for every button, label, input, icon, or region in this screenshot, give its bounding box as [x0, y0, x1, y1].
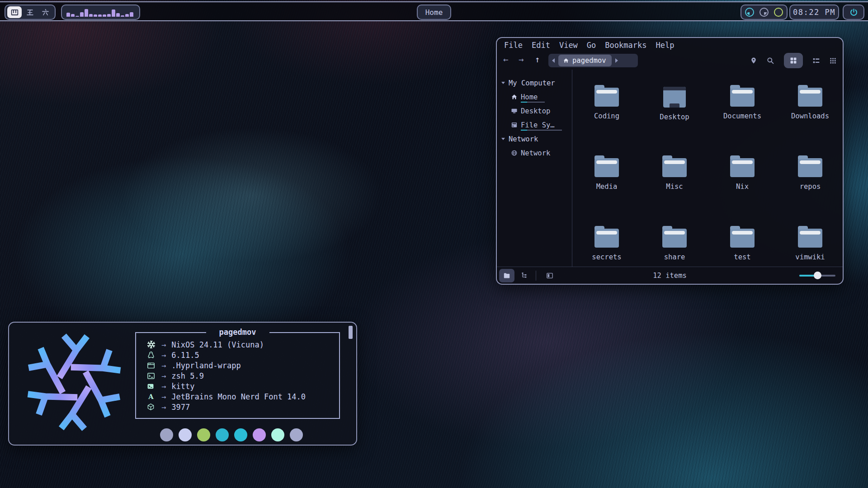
palette-dot: [216, 428, 229, 441]
palette-dot: [253, 428, 266, 441]
status-bar: 12 items: [497, 267, 843, 284]
file-item[interactable]: Nix: [708, 146, 776, 217]
file-name-label: secrets: [592, 253, 621, 261]
palette-dot: [290, 428, 303, 441]
up-button[interactable]: ↑: [535, 54, 540, 64]
forward-button[interactable]: →: [519, 54, 524, 64]
path-scroll-right-icon[interactable]: [615, 58, 618, 63]
active-window-title[interactable]: Home: [417, 5, 451, 20]
menu-edit[interactable]: Edit: [532, 41, 550, 50]
file-item[interactable]: Coding: [573, 76, 641, 146]
side-panel-icon: [546, 272, 553, 279]
back-button[interactable]: ←: [503, 54, 508, 64]
disk-icon: [511, 122, 518, 128]
arrow-icon: →: [161, 371, 166, 380]
arrow-icon: →: [161, 351, 166, 360]
folder-icon: [594, 229, 619, 248]
file-manager-window: File Edit View Go Bookmarks Help ← → ↑ p…: [496, 37, 844, 285]
disk-usage-ring-icon: [745, 8, 754, 17]
file-item[interactable]: Downloads: [776, 76, 844, 146]
sidebar-item-network[interactable]: Network: [497, 146, 572, 160]
folder-icon: [662, 158, 687, 177]
file-item[interactable]: Media: [573, 146, 641, 217]
file-name-label: Coding: [594, 112, 619, 120]
path-segment-tab[interactable]: pagedmov: [558, 55, 612, 66]
zoom-slider-knob[interactable]: [814, 272, 821, 279]
desktop-icon: [511, 108, 518, 114]
file-name-label: Misc: [666, 183, 683, 191]
file-name-label: repos: [800, 183, 821, 191]
workspace-5[interactable]: [23, 6, 37, 18]
workspace-4[interactable]: [7, 6, 22, 18]
menu-file[interactable]: File: [504, 41, 523, 50]
nixos-logo: [22, 330, 127, 435]
terminal-color-palette: [160, 428, 303, 441]
file-item[interactable]: Misc: [641, 146, 708, 217]
folder-icon: [594, 88, 619, 107]
fetch-shell-row: → zsh 5.9: [147, 371, 335, 381]
clock-widget[interactable]: 08:22 PM: [789, 5, 839, 20]
sidebar-item-filesystem[interactable]: File Sy…: [497, 118, 572, 132]
sidebar-item-label: File Sy…: [521, 121, 555, 129]
menu-help[interactable]: Help: [656, 41, 674, 50]
icon-view-button[interactable]: [784, 53, 803, 68]
search-icon[interactable]: [767, 57, 774, 65]
file-item[interactable]: Documents: [708, 76, 776, 146]
menu-view[interactable]: View: [559, 41, 578, 50]
sidebar-item-label: Desktop: [521, 107, 550, 115]
fetch-terminal-row: → kitty: [147, 381, 335, 391]
sidebar-item-desktop[interactable]: Desktop: [497, 104, 572, 118]
sidebar-group-network[interactable]: Network: [497, 132, 572, 146]
menu-bar: File Edit View Go Bookmarks Help: [497, 38, 843, 51]
tree-view-button[interactable]: [517, 269, 532, 282]
power-icon: [849, 8, 858, 17]
folder-icon: [730, 229, 755, 248]
file-item[interactable]: Desktop: [641, 76, 708, 146]
menu-go[interactable]: Go: [587, 41, 596, 50]
file-grid: Coding Desktop Documents: [573, 70, 843, 267]
kernel-value: 6.11.5: [171, 351, 199, 360]
arrow-icon: →: [161, 361, 166, 370]
os-value: NixOS 24.11 (Vicuna): [171, 340, 264, 349]
show-files-button[interactable]: [499, 269, 514, 282]
list-view-button[interactable]: [812, 57, 820, 65]
toolbar-right: [750, 53, 836, 68]
toggle-sidepane-button[interactable]: [542, 269, 557, 282]
palette-dot: [160, 428, 173, 441]
sidebar-group-my-computer[interactable]: My Computer: [497, 76, 572, 90]
path-scroll-left-icon[interactable]: [552, 58, 555, 63]
location-pin-icon[interactable]: [750, 57, 757, 64]
visualizer-bar: [130, 12, 133, 17]
visualizer-bar: [103, 14, 106, 17]
file-name-label: Downloads: [791, 112, 829, 120]
palette-dot: [271, 428, 284, 441]
file-name-label: vimwiki: [795, 253, 825, 261]
path-bar[interactable]: pagedmov: [548, 54, 638, 67]
sidebar-item-label: Home: [521, 93, 538, 101]
compact-view-button[interactable]: [830, 57, 836, 64]
workspace-switcher[interactable]: [5, 5, 56, 20]
path-segment-label: pagedmov: [572, 56, 606, 65]
nix-icon: [147, 340, 158, 349]
collapse-arrow-icon[interactable]: [501, 138, 505, 140]
power-button[interactable]: [843, 5, 864, 20]
visualizer-bar: [98, 14, 102, 17]
menu-bookmarks[interactable]: Bookmarks: [605, 41, 646, 50]
arrow-icon: →: [161, 340, 166, 349]
terminal-window[interactable]: pagedmov → NixOS 24.11 (V: [8, 322, 357, 446]
folder-icon: [798, 229, 822, 248]
grid-view-icon: [790, 57, 797, 64]
collapse-arrow-icon[interactable]: [501, 82, 505, 84]
visualizer-bar: [66, 13, 70, 17]
divider: [536, 271, 536, 281]
audio-visualizer[interactable]: [61, 5, 140, 20]
zoom-slider[interactable]: [799, 275, 835, 277]
home-icon: [563, 57, 569, 64]
fetch-wm-row: → .Hyprland-wrapp: [147, 360, 335, 371]
file-item[interactable]: repos: [776, 146, 844, 217]
tree-icon: [521, 272, 528, 279]
system-indicators[interactable]: [741, 5, 788, 20]
visualizer-bar: [85, 9, 88, 17]
workspace-6[interactable]: [38, 6, 53, 18]
sidebar-item-home[interactable]: Home: [497, 90, 572, 104]
